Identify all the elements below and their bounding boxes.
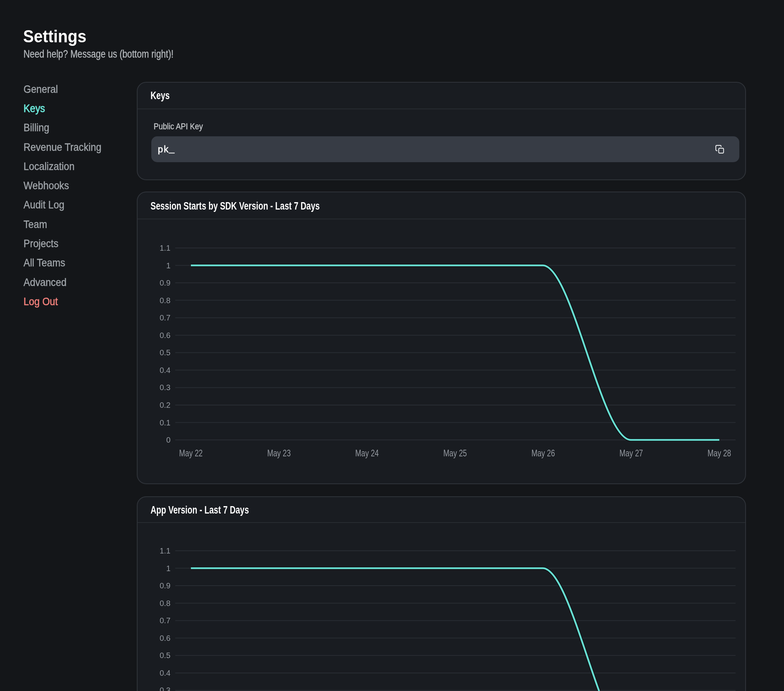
svg-text:0.6: 0.6 [160, 634, 171, 642]
svg-text:May 28: May 28 [708, 448, 731, 458]
svg-text:0.7: 0.7 [160, 313, 171, 322]
svg-text:0.3: 0.3 [160, 686, 171, 691]
svg-text:May 24: May 24 [355, 448, 379, 458]
svg-text:May 27: May 27 [619, 448, 643, 458]
svg-text:0.9: 0.9 [160, 581, 171, 590]
svg-text:0.5: 0.5 [160, 651, 171, 660]
svg-text:1.1: 1.1 [160, 244, 171, 252]
svg-text:0.3: 0.3 [160, 383, 171, 392]
svg-text:0: 0 [166, 436, 171, 444]
svg-text:0.7: 0.7 [160, 616, 171, 625]
svg-text:May 26: May 26 [532, 448, 555, 458]
svg-text:0.4: 0.4 [160, 366, 171, 374]
svg-text:0.1: 0.1 [160, 418, 171, 427]
svg-text:May 22: May 22 [179, 448, 203, 458]
svg-text:0.6: 0.6 [160, 331, 171, 340]
svg-text:0.5: 0.5 [160, 348, 171, 357]
svg-text:1: 1 [166, 261, 171, 270]
svg-text:0.8: 0.8 [160, 296, 171, 305]
svg-text:0.8: 0.8 [160, 599, 171, 608]
svg-text:1.1: 1.1 [160, 546, 171, 555]
svg-text:0.2: 0.2 [160, 401, 171, 409]
svg-text:May 25: May 25 [443, 448, 467, 458]
svg-text:May 23: May 23 [267, 448, 291, 458]
svg-text:0.4: 0.4 [160, 669, 171, 677]
svg-text:1: 1 [166, 564, 171, 573]
svg-text:0.9: 0.9 [160, 279, 171, 287]
